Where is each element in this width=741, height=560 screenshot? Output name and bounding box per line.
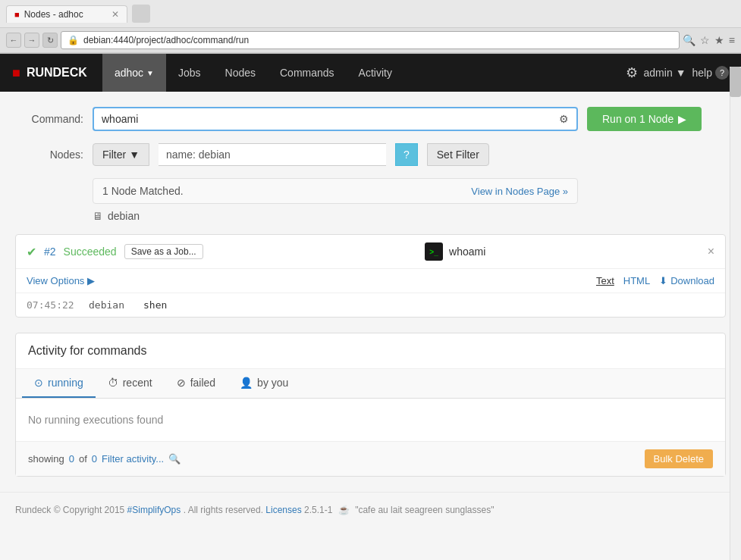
showing-total-link[interactable]: 0 [92,453,97,465]
view-options-button[interactable]: View Options ▶ [27,275,95,286]
nodes-row: Nodes: Filter ▼ ? Set Filter [15,143,726,166]
run-button[interactable]: Run on 1 Node ▶ [587,107,702,131]
no-executions-text: No running executions found [28,414,163,426]
help-circle-icon: ? [715,66,729,80]
play-icon: ▶ [678,113,686,125]
browser-titlebar: ■ Nodes - adhoc ✕ [0,0,741,28]
scrollbar-thumb[interactable] [730,67,741,97]
gear-icon[interactable]: ⚙ [626,64,638,81]
browser-tab[interactable]: ■ Nodes - adhoc ✕ [6,5,127,23]
save-job-button[interactable]: Save as a Job... [124,244,203,259]
download-icon: ⬇ [659,275,667,286]
help-label: help [692,67,712,79]
tab-favicon: ■ [14,10,20,19]
forward-button[interactable]: → [24,33,39,48]
footer-rights: . All rights reserved. [184,505,263,515]
filter-label: Filter [102,149,126,161]
footer-simplify-link[interactable]: #SimplifyOps [127,505,181,515]
bulk-delete-button[interactable]: Bulk Delete [645,449,713,468]
output-value: shen [143,299,167,311]
node-matched-bar: 1 Node Matched. View in Nodes Page » [93,178,578,204]
nav-item-jobs[interactable]: Jobs [166,54,213,92]
view-options-label: View Options [27,275,84,286]
filter-help-button[interactable]: ? [395,143,418,166]
activity-body: No running executions found [16,399,725,441]
nav-item-adhoc[interactable]: adhoc ▼ [102,54,166,92]
showing-count-link[interactable]: 0 [69,453,74,465]
nav-item-nodes[interactable]: Nodes [213,54,268,92]
main-content: Command: ⚙ Run on 1 Node ▶ Nodes: Filter… [0,92,741,492]
node-name: debian [108,210,140,222]
nav-adhoc-dropdown-icon: ▼ [146,69,154,77]
command-label: Command: [15,113,83,125]
command-input[interactable] [93,107,551,131]
execution-header: ✔ #2 Succeeded Save as a Job... >_ whoam… [16,235,725,269]
recent-tab-icon: ⏱ [108,377,118,389]
nav-item-nodes-label: Nodes [225,67,256,79]
help-icon: ? [403,149,410,161]
reload-button[interactable]: ↻ [42,33,58,48]
download-button[interactable]: ⬇ Download [659,275,714,286]
search-inline-icon: 🔍 [168,453,181,465]
tab-close-button[interactable]: ✕ [111,9,119,20]
footer-licenses-link[interactable]: Licenses [265,505,301,515]
browser-icons: 🔍 ☆ ★ ≡ [683,34,735,46]
address-text: debian:4440/project/adhoc/command/run [83,35,249,45]
address-bar[interactable]: 🔒 debian:4440/project/adhoc/command/run [61,31,680,49]
execution-result: ✔ #2 Succeeded Save as a Job... >_ whoam… [15,234,726,318]
browser-controls: ← → ↻ 🔒 debian:4440/project/adhoc/comman… [0,28,741,53]
view-nodes-link[interactable]: View in Nodes Page » [471,186,568,197]
terminal-icon: >_ [425,242,443,261]
app-container: ■ RUNDECK adhoc ▼ Jobs Nodes Commands Ac… [0,54,741,527]
brand: ■ RUNDECK [12,65,87,81]
admin-label: admin [644,67,673,79]
admin-menu[interactable]: admin ▼ [644,67,686,79]
by-you-tab-icon: 👤 [240,377,253,389]
run-button-label: Run on 1 Node [602,113,673,125]
filter-button[interactable]: Filter ▼ [93,143,149,166]
tab-by-you[interactable]: 👤 by you [228,369,300,398]
output-node: debian [89,299,134,311]
running-tab-label: running [48,377,83,389]
command-settings-button[interactable]: ⚙ [551,107,578,131]
help-menu[interactable]: help ? [692,66,729,80]
nav-item-activity[interactable]: Activity [347,54,404,92]
filter-input[interactable] [159,143,386,166]
filter-activity-link[interactable]: Filter activity... [102,453,164,465]
activity-footer: showing 0 of 0 Filter activity... 🔍 Bulk… [16,441,725,476]
exec-number-link[interactable]: #2 [44,246,56,258]
bookmark-icon[interactable]: ☆ [700,34,710,46]
text-format-button[interactable]: Text [596,275,614,286]
star-icon[interactable]: ★ [714,34,724,46]
activity-title: Activity for commands [16,333,725,369]
activity-tabs: ⊙ running ⏱ recent ⊘ failed 👤 by you [16,369,725,399]
tab-recent[interactable]: ⏱ recent [96,369,165,398]
back-button[interactable]: ← [6,33,21,48]
succeeded-badge: Succeeded [64,246,117,258]
html-format-button[interactable]: HTML [623,275,650,286]
bulk-delete-label: Bulk Delete [654,453,704,465]
menu-icon[interactable]: ≡ [729,34,735,46]
set-filter-button[interactable]: Set Filter [427,143,489,166]
search-icon[interactable]: 🔍 [683,34,695,46]
showing-of-label: of [79,453,87,465]
node-icon: 🖥 [93,210,103,222]
output-format-buttons: Text HTML ⬇ Download [596,275,714,286]
browser-chrome: ■ Nodes - adhoc ✕ ← → ↻ 🔒 debian:4440/pr… [0,0,741,54]
save-job-label: Save as a Job... [131,246,196,257]
exec-command-text: whoami [449,246,485,258]
command-row: Command: ⚙ Run on 1 Node ▶ [15,107,726,131]
output-row: 07:45:22 debian shen [27,299,714,311]
exec-output: 07:45:22 debian shen [16,293,725,317]
footer-version: 2.5.1-1 [304,505,332,515]
scrollbar-track[interactable] [730,67,741,560]
tab-failed[interactable]: ⊘ failed [165,369,228,398]
download-label: Download [670,275,714,286]
tab-running[interactable]: ⊙ running [22,369,96,398]
close-execution-button[interactable]: × [708,245,714,258]
nav-item-commands[interactable]: Commands [268,54,347,92]
brand-name: RUNDECK [27,66,87,80]
new-tab-button[interactable] [132,5,150,23]
footer-tagline: "cafe au lait seagreen sunglasses" [355,505,494,515]
nav-right: ⚙ admin ▼ help ? [626,64,729,81]
